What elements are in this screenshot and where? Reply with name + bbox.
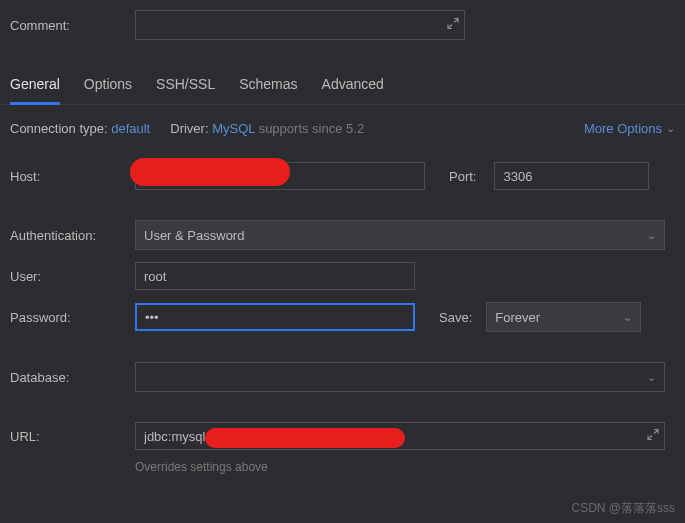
conn-type-value[interactable]: default — [111, 121, 150, 136]
database-label: Database: — [10, 370, 135, 385]
comment-input[interactable] — [135, 10, 465, 40]
host-input[interactable] — [135, 162, 425, 190]
more-options-button[interactable]: More Options ⌄ — [584, 121, 675, 136]
host-label: Host: — [10, 169, 135, 184]
chevron-down-icon: ⌄ — [666, 122, 675, 135]
driver-value[interactable]: MySQL — [212, 121, 255, 136]
driver-label: Driver: — [170, 121, 208, 136]
tab-sshssl[interactable]: SSH/SSL — [156, 76, 215, 104]
watermark: CSDN @落落落sss — [571, 500, 675, 517]
driver-note: supports since 5.2 — [259, 121, 365, 136]
auth-label: Authentication: — [10, 228, 135, 243]
tab-schemas[interactable]: Schemas — [239, 76, 297, 104]
url-input[interactable] — [135, 422, 665, 450]
comment-label: Comment: — [10, 18, 135, 33]
chevron-down-icon: ⌄ — [623, 311, 632, 324]
chevron-down-icon: ⌄ — [647, 229, 656, 242]
password-input[interactable] — [135, 303, 415, 331]
url-label: URL: — [10, 429, 135, 444]
database-select[interactable]: ⌄ — [135, 362, 665, 392]
port-label: Port: — [449, 169, 476, 184]
expand-icon[interactable] — [447, 18, 459, 33]
password-label: Password: — [10, 310, 135, 325]
user-input[interactable] — [135, 262, 415, 290]
tab-options[interactable]: Options — [84, 76, 132, 104]
tab-general[interactable]: General — [10, 76, 60, 105]
tab-advanced[interactable]: Advanced — [322, 76, 384, 104]
url-hint: Overrides settings above — [135, 460, 685, 474]
save-label: Save: — [439, 310, 472, 325]
chevron-down-icon: ⌄ — [647, 371, 656, 384]
save-select[interactable]: Forever ⌄ — [486, 302, 641, 332]
user-label: User: — [10, 269, 135, 284]
port-input[interactable] — [494, 162, 649, 190]
tabs: General Options SSH/SSL Schemas Advanced — [0, 58, 685, 105]
expand-icon[interactable] — [647, 429, 659, 444]
conn-type-label: Connection type: — [10, 121, 108, 136]
auth-select[interactable]: User & Password ⌄ — [135, 220, 665, 250]
